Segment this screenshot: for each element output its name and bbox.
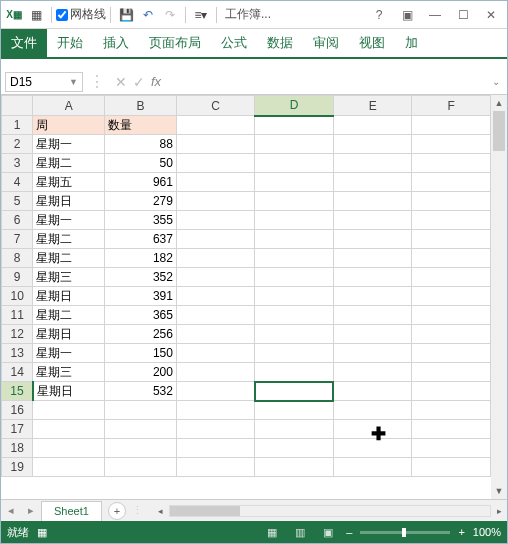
cell[interactable] bbox=[255, 249, 334, 268]
cell[interactable] bbox=[176, 173, 255, 192]
cell[interactable] bbox=[255, 287, 334, 306]
cell[interactable]: 961 bbox=[105, 173, 177, 192]
scroll-up-icon[interactable]: ▲ bbox=[491, 95, 507, 111]
cell[interactable] bbox=[412, 306, 491, 325]
gridlines-checkbox[interactable] bbox=[56, 9, 68, 21]
row-header[interactable]: 15 bbox=[2, 382, 33, 401]
zoom-level[interactable]: 100% bbox=[473, 526, 501, 538]
cell[interactable] bbox=[176, 116, 255, 135]
cell[interactable] bbox=[105, 439, 177, 458]
cell[interactable] bbox=[412, 420, 491, 439]
cell[interactable] bbox=[255, 325, 334, 344]
tab-review[interactable]: 审阅 bbox=[303, 29, 349, 57]
cell[interactable]: 星期日 bbox=[33, 382, 105, 401]
col-header-c[interactable]: C bbox=[176, 96, 255, 116]
tab-layout[interactable]: 页面布局 bbox=[139, 29, 211, 57]
cell[interactable] bbox=[255, 173, 334, 192]
col-header-b[interactable]: B bbox=[105, 96, 177, 116]
cell[interactable]: 391 bbox=[105, 287, 177, 306]
cell[interactable]: 637 bbox=[105, 230, 177, 249]
row-header[interactable]: 2 bbox=[2, 135, 33, 154]
cell[interactable]: 数量 bbox=[105, 116, 177, 135]
row-header[interactable]: 13 bbox=[2, 344, 33, 363]
cell[interactable] bbox=[176, 363, 255, 382]
fx-icon[interactable]: fx bbox=[151, 74, 161, 89]
cell[interactable] bbox=[412, 230, 491, 249]
cell[interactable] bbox=[412, 135, 491, 154]
cell[interactable] bbox=[255, 401, 334, 420]
cell[interactable]: 星期日 bbox=[33, 325, 105, 344]
row-header[interactable]: 17 bbox=[2, 420, 33, 439]
active-cell[interactable] bbox=[255, 382, 334, 401]
cell[interactable] bbox=[176, 439, 255, 458]
minimize-icon[interactable]: — bbox=[421, 5, 449, 25]
cell[interactable] bbox=[255, 458, 334, 477]
scroll-right-icon[interactable]: ▸ bbox=[491, 503, 507, 519]
tab-data[interactable]: 数据 bbox=[257, 29, 303, 57]
row-header[interactable]: 4 bbox=[2, 173, 33, 192]
cell[interactable] bbox=[412, 192, 491, 211]
vertical-scrollbar[interactable]: ▲ ▼ bbox=[491, 95, 507, 499]
cell[interactable]: 星期日 bbox=[33, 287, 105, 306]
cell[interactable] bbox=[333, 211, 412, 230]
ribbon-display-icon[interactable]: ▣ bbox=[393, 5, 421, 25]
cell[interactable] bbox=[333, 325, 412, 344]
save-icon[interactable]: 💾 bbox=[118, 7, 134, 23]
cell[interactable]: 星期五 bbox=[33, 173, 105, 192]
horizontal-scrollbar[interactable]: ◂ ▸ bbox=[153, 503, 507, 519]
borders-icon[interactable]: ≡▾ bbox=[193, 7, 209, 23]
cell[interactable] bbox=[333, 382, 412, 401]
cell[interactable] bbox=[33, 439, 105, 458]
cell[interactable]: 355 bbox=[105, 211, 177, 230]
hscroll-thumb[interactable] bbox=[170, 506, 240, 516]
row-header[interactable]: 10 bbox=[2, 287, 33, 306]
cell[interactable] bbox=[176, 192, 255, 211]
page-layout-view-icon[interactable]: ▥ bbox=[290, 524, 310, 540]
cell[interactable] bbox=[412, 382, 491, 401]
cell[interactable]: 182 bbox=[105, 249, 177, 268]
row-header[interactable]: 16 bbox=[2, 401, 33, 420]
cell[interactable]: 星期一 bbox=[33, 344, 105, 363]
help-icon[interactable]: ? bbox=[365, 5, 393, 25]
cell[interactable] bbox=[255, 192, 334, 211]
cell[interactable] bbox=[255, 116, 334, 135]
cell[interactable] bbox=[333, 420, 412, 439]
row-header[interactable]: 19 bbox=[2, 458, 33, 477]
cell[interactable] bbox=[176, 249, 255, 268]
cell[interactable] bbox=[255, 211, 334, 230]
cell[interactable]: 150 bbox=[105, 344, 177, 363]
cell[interactable] bbox=[105, 401, 177, 420]
cell[interactable] bbox=[412, 458, 491, 477]
cell[interactable] bbox=[33, 420, 105, 439]
cell[interactable] bbox=[255, 154, 334, 173]
cell[interactable] bbox=[176, 211, 255, 230]
cell[interactable] bbox=[255, 439, 334, 458]
cell[interactable]: 352 bbox=[105, 268, 177, 287]
cell[interactable] bbox=[333, 154, 412, 173]
cell[interactable] bbox=[176, 268, 255, 287]
row-header[interactable]: 11 bbox=[2, 306, 33, 325]
cell[interactable]: 星期二 bbox=[33, 230, 105, 249]
cell[interactable]: 200 bbox=[105, 363, 177, 382]
col-header-f[interactable]: F bbox=[412, 96, 491, 116]
cell[interactable]: 星期二 bbox=[33, 306, 105, 325]
row-header[interactable]: 1 bbox=[2, 116, 33, 135]
grid-icon[interactable]: ▦ bbox=[28, 7, 44, 23]
close-icon[interactable]: ✕ bbox=[477, 5, 505, 25]
cell[interactable]: 365 bbox=[105, 306, 177, 325]
cell[interactable]: 88 bbox=[105, 135, 177, 154]
cell[interactable] bbox=[176, 344, 255, 363]
row-header[interactable]: 14 bbox=[2, 363, 33, 382]
cell[interactable]: 周 bbox=[33, 116, 105, 135]
cell[interactable]: 256 bbox=[105, 325, 177, 344]
row-header[interactable]: 9 bbox=[2, 268, 33, 287]
gridlines-toggle[interactable]: 网格线 bbox=[56, 6, 106, 23]
cell[interactable] bbox=[255, 306, 334, 325]
cell[interactable] bbox=[412, 116, 491, 135]
cell[interactable] bbox=[333, 249, 412, 268]
scroll-left-icon[interactable]: ◂ bbox=[153, 503, 169, 519]
cell[interactable]: 星期三 bbox=[33, 363, 105, 382]
cell[interactable] bbox=[333, 173, 412, 192]
cell[interactable] bbox=[255, 344, 334, 363]
cell[interactable] bbox=[176, 135, 255, 154]
